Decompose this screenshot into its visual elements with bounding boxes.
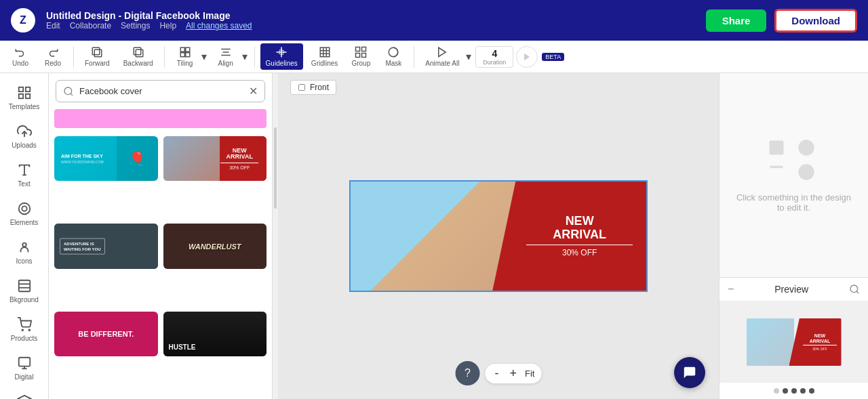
preview-image-area: NEWARRIVAL 30% OFF [719, 301, 868, 383]
scroll-thumb[interactable] [274, 127, 277, 209]
design-right: NEW ARRIVAL 30% OFF [492, 182, 646, 291]
zoom-out-button[interactable]: - [492, 366, 502, 381]
chat-icon [682, 365, 697, 380]
preview-dot-4[interactable] [800, 388, 806, 394]
sidebar-item-icons[interactable]: Icons [0, 233, 48, 272]
top-bar-right: Share Download [706, 9, 857, 33]
sidebar-item-background[interactable]: Bkground [0, 272, 48, 310]
mask-button[interactable]: Mask [378, 43, 408, 70]
svg-line-56 [856, 291, 859, 293]
svg-rect-3 [134, 47, 141, 55]
chat-button[interactable] [674, 357, 705, 388]
svg-point-44 [64, 87, 72, 95]
template-card-adventure[interactable]: ADVENTURE ISWAITING FOR YOU [54, 224, 158, 268]
sidebar-item-layers[interactable]: Layers [0, 387, 48, 399]
sidebar-label-products: Products [11, 335, 37, 342]
tiling-button[interactable]: Tiling [170, 43, 200, 70]
animate-button[interactable]: Animate All [420, 43, 465, 70]
preview-minimize-button[interactable]: − [728, 283, 734, 295]
sidebar-label-text: Text [18, 180, 30, 188]
right-panel: Click something in the design to edit it… [719, 73, 868, 399]
preview-title: Preview [774, 284, 808, 295]
redo-button[interactable]: Redo [38, 43, 68, 70]
group-button[interactable]: Group [346, 43, 376, 70]
sidebar-item-templates[interactable]: Templates [0, 79, 48, 117]
zoom-in-button[interactable]: + [507, 366, 520, 381]
forward-button[interactable]: Forward [79, 43, 115, 70]
top-bar: Z Untitled Design - Digital Facebook Ima… [0, 0, 868, 41]
svg-rect-6 [180, 53, 184, 57]
svg-rect-21 [362, 54, 366, 58]
guidelines-button[interactable]: Guidelines [260, 43, 303, 70]
svg-point-39 [28, 329, 30, 331]
main-area: Templates Uploads Text Elements Icons Bk… [0, 73, 868, 399]
sidebar-label-background: Bkground [9, 296, 39, 303]
canvas-area: Front NEW ARRIVAL 30% OFF ? [278, 73, 719, 399]
svg-rect-7 [185, 53, 189, 57]
off-text: 30% OFF [562, 248, 597, 257]
play-button[interactable] [516, 46, 538, 68]
template-card-sky[interactable]: AIM FOR THE SKY WWW.YOURDOMAIN.COM 🎈 [54, 136, 158, 181]
new-arrival-headline: NEW ARRIVAL [553, 215, 606, 242]
preview-search-icon[interactable] [849, 284, 860, 295]
backward-button[interactable]: Backward [118, 43, 159, 70]
nav-settings[interactable]: Settings [121, 21, 150, 30]
nav-help[interactable]: Help [159, 21, 176, 30]
sidebar-item-digital[interactable]: Digital [0, 349, 48, 387]
animate-group: Animate All ▾ [420, 43, 473, 70]
download-button[interactable]: Download [774, 9, 857, 33]
sidebar-item-text[interactable]: Text [0, 156, 48, 194]
template-card-arrival[interactable]: NEWARRIVAL 30% OFF [163, 136, 267, 181]
duration-label: Duration [483, 59, 506, 66]
preview-header: − Preview [719, 278, 868, 301]
logo-button[interactable]: Z [11, 8, 35, 33]
animate-chevron[interactable]: ▾ [465, 47, 473, 66]
svg-point-34 [22, 243, 26, 247]
template-card-bediff[interactable]: BE DIFFERENT. [54, 312, 158, 356]
template-card-hustle[interactable]: HUSTLE [163, 312, 267, 356]
svg-point-54 [798, 164, 814, 180]
svg-rect-27 [18, 94, 22, 98]
gridlines-button[interactable]: Gridlines [306, 43, 343, 70]
align-button[interactable]: Align [211, 43, 241, 70]
sidebar-item-elements[interactable]: Elements [0, 194, 48, 233]
hint-icon-shape [797, 163, 816, 182]
preview-dot-2[interactable] [783, 388, 788, 394]
svg-point-55 [850, 285, 858, 293]
share-button[interactable]: Share [706, 9, 767, 32]
preview-dot-5[interactable] [809, 388, 814, 394]
svg-point-32 [22, 206, 26, 211]
bottom-controls: ? - + Fit [456, 361, 542, 385]
toolbar: Undo Redo Forward Backward Tiling ▾ Alig… [0, 41, 868, 73]
tiling-group: Tiling ▾ [170, 43, 208, 70]
nav-edit[interactable]: Edit [46, 21, 60, 30]
align-chevron[interactable]: ▾ [241, 47, 249, 66]
templates-panel: ✕ AIM FOR THE SKY WWW.YOURDOMAIN.COM 🎈 [49, 73, 273, 399]
hint-icon-smiley [797, 138, 816, 157]
undo-button[interactable]: Undo [5, 43, 35, 70]
template-card-wanderlust[interactable]: WANDERLUST [163, 224, 267, 268]
left-sidebar: Templates Uploads Text Elements Icons Bk… [0, 73, 49, 399]
sidebar-item-products[interactable]: Products [0, 310, 48, 349]
preview-dot-3[interactable] [791, 388, 797, 394]
design-bg: NEW ARRIVAL 30% OFF [351, 182, 646, 291]
svg-rect-18 [356, 47, 360, 51]
tiling-chevron[interactable]: ▾ [200, 47, 208, 66]
sidebar-label-icons: Icons [16, 257, 33, 265]
clear-search-button[interactable]: ✕ [249, 85, 258, 98]
search-input[interactable] [79, 86, 243, 96]
sidebar-label-elements: Elements [10, 219, 39, 226]
right-hint: Click something in the design to edit it… [719, 73, 868, 277]
design-canvas[interactable]: NEW ARRIVAL 30% OFF [349, 180, 648, 292]
zoom-fit-button[interactable]: Fit [525, 369, 534, 379]
nav-collaborate[interactable]: Collaborate [70, 21, 111, 30]
svg-rect-35 [18, 280, 30, 292]
svg-point-33 [18, 203, 30, 215]
preview-mini-design: NEWARRIVAL 30% OFF [747, 318, 842, 366]
sidebar-label-uploads: Uploads [12, 142, 37, 149]
sidebar-item-uploads[interactable]: Uploads [0, 117, 48, 156]
svg-rect-2 [136, 49, 143, 57]
preview-dot-1[interactable] [774, 388, 779, 394]
help-button[interactable]: ? [456, 361, 480, 385]
preview-mini-text: NEWARRIVAL [810, 333, 831, 343]
